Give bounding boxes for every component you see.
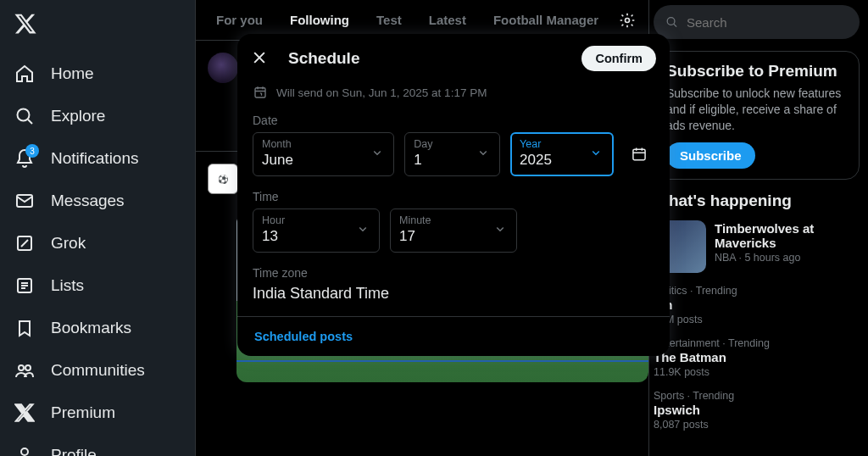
date-label: Date	[237, 112, 670, 132]
lists-icon	[14, 275, 36, 297]
nav-home[interactable]: Home	[0, 53, 195, 95]
trend-meta: Entertainment · Trending	[654, 337, 860, 349]
calendar-button[interactable]	[624, 146, 654, 163]
tab-label: For you	[216, 13, 263, 27]
day-select[interactable]: Day 1	[404, 132, 500, 176]
chevron-down-icon	[476, 145, 491, 164]
avatar[interactable]	[208, 53, 238, 83]
svg-point-8	[667, 18, 675, 25]
nav-label: Profile	[51, 446, 97, 456]
minute-select[interactable]: Minute 17	[390, 209, 517, 253]
schedule-icon	[253, 85, 268, 100]
right-column: Subscribe to Premium Subscribe to unlock…	[649, 0, 868, 456]
close-button[interactable]	[251, 49, 270, 68]
nav-notifications[interactable]: 3 Notifications	[0, 137, 195, 180]
grok-icon	[14, 232, 36, 254]
whats-happening: What's happening Timberwolves at Maveric…	[654, 192, 860, 431]
trend-sub: 21M posts	[654, 314, 860, 325]
nav-label: Lists	[51, 276, 84, 295]
subscribe-button[interactable]: Subscribe	[666, 142, 755, 169]
time-label: Time	[237, 188, 670, 209]
bookmark-icon	[14, 317, 36, 339]
select-value: 13	[262, 228, 370, 245]
svg-point-0	[18, 109, 30, 121]
x-icon	[14, 402, 36, 424]
nav-label: Grok	[51, 234, 86, 253]
trend-item[interactable]: Timberwolves at Mavericks NBA · 5 hours …	[654, 220, 860, 273]
search-icon	[665, 14, 678, 30]
sidebar: Home Explore 3 Notifications Messages Gr…	[0, 0, 195, 456]
trend-meta: Sports · Trending	[654, 390, 860, 402]
svg-point-5	[25, 365, 31, 370]
nav-label: Bookmarks	[51, 319, 131, 337]
trend-title: fah	[654, 298, 860, 312]
chevron-down-icon	[370, 145, 385, 164]
chevron-down-icon	[355, 221, 370, 240]
trend-item[interactable]: Entertainment · Trending The Batman 11.9…	[654, 337, 860, 378]
nav-label: Messages	[51, 192, 125, 210]
timezone-label: Time zone	[237, 264, 670, 285]
profile-icon	[14, 444, 36, 456]
timeline-settings-button[interactable]	[613, 6, 642, 35]
select-label: Hour	[262, 214, 370, 226]
svg-point-7	[626, 18, 630, 22]
close-icon	[251, 49, 268, 66]
trend-sub: 11.9K posts	[654, 366, 860, 378]
nav-label: Premium	[51, 403, 115, 422]
month-select[interactable]: Month June	[253, 132, 394, 176]
confirm-button[interactable]: Confirm	[581, 46, 656, 71]
scheduled-posts-link[interactable]: Scheduled posts	[254, 330, 353, 343]
nav-label: Explore	[51, 107, 105, 125]
search-icon	[14, 105, 36, 127]
home-icon	[14, 63, 36, 85]
notification-badge: 3	[25, 144, 39, 158]
select-value: June	[262, 152, 385, 169]
trend-meta: Politics · Trending	[654, 285, 860, 297]
tab-label: Following	[290, 13, 349, 27]
happening-title: What's happening	[654, 192, 860, 210]
post-avatar[interactable]: ⚽	[208, 164, 238, 194]
x-logo[interactable]	[0, 5, 195, 53]
tab-label: Test	[376, 13, 402, 27]
select-label: Month	[262, 138, 385, 150]
trend-meta: NBA · 5 hours ago	[715, 252, 860, 264]
trend-title: Timberwolves at Mavericks	[715, 221, 860, 250]
trend-sub: 8,087 posts	[654, 419, 860, 431]
svg-rect-9	[255, 88, 265, 97]
select-label: Minute	[399, 214, 508, 226]
mail-icon	[14, 190, 36, 212]
nav-lists[interactable]: Lists	[0, 264, 195, 307]
bell-icon: 3	[14, 147, 36, 170]
hour-select[interactable]: Hour 13	[253, 209, 380, 253]
trend-title: The Batman	[654, 350, 860, 364]
calendar-icon	[631, 146, 648, 163]
schedule-modal: Schedule Confirm Will send on Sun, Jun 1…	[237, 34, 670, 356]
modal-title: Schedule	[288, 49, 563, 68]
premium-card: Subscribe to Premium Subscribe to unlock…	[654, 51, 860, 180]
chevron-down-icon	[588, 145, 604, 164]
year-select[interactable]: Year 2025	[510, 132, 614, 176]
trend-item[interactable]: Sports · Trending Ipswich 8,087 posts	[654, 390, 860, 431]
nav-profile[interactable]: Profile	[0, 434, 195, 456]
nav-grok[interactable]: Grok	[0, 222, 195, 264]
trend-item[interactable]: Politics · Trending fah 21M posts	[654, 285, 860, 325]
nav-communities[interactable]: Communities	[0, 349, 195, 392]
nav-label: Communities	[51, 361, 145, 380]
nav-label: Notifications	[51, 149, 139, 168]
premium-body: Subscribe to unlock new features and if …	[666, 86, 847, 134]
svg-rect-10	[633, 149, 645, 160]
timezone-value: India Standard Time	[237, 285, 670, 316]
nav-premium[interactable]: Premium	[0, 392, 195, 434]
search-input[interactable]	[687, 15, 848, 30]
svg-point-4	[19, 365, 24, 370]
premium-title: Subscribe to Premium	[666, 62, 847, 81]
tab-label: Latest	[429, 13, 466, 27]
chevron-down-icon	[492, 221, 508, 240]
search-box[interactable]	[654, 5, 860, 39]
nav-bookmarks[interactable]: Bookmarks	[0, 307, 195, 349]
communities-icon	[14, 359, 36, 381]
nav-messages[interactable]: Messages	[0, 180, 195, 222]
send-time-text: Will send on Sun, Jun 1, 2025 at 1:17 PM	[276, 86, 487, 99]
tab-label: Football Manager	[493, 13, 598, 27]
nav-explore[interactable]: Explore	[0, 95, 195, 137]
